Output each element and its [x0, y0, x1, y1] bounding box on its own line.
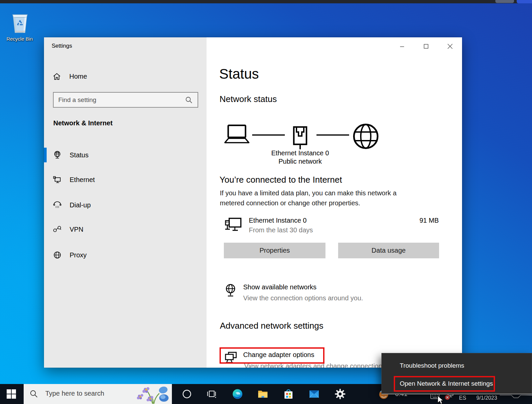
tray-chevron-icon[interactable]	[500, 395, 532, 399]
edge-button[interactable]	[230, 384, 246, 404]
maximize-icon	[424, 44, 428, 49]
top-bar-pill-blue[interactable]	[517, 0, 532, 3]
advanced-heading: Advanced network settings	[220, 321, 323, 331]
settings-search-input[interactable]	[58, 93, 182, 107]
recycle-bin-label: Recycle Bin	[5, 36, 35, 42]
task-view-button[interactable]	[204, 384, 220, 404]
properties-button[interactable]: Properties	[224, 243, 325, 258]
dialup-icon	[53, 200, 62, 210]
sidebar-item-status[interactable]: Status	[44, 147, 207, 163]
gear-icon	[335, 389, 345, 399]
task-view-icon	[207, 389, 217, 399]
windows-logo-icon	[7, 389, 16, 399]
cortana-icon	[182, 389, 192, 399]
sidebar-section-title: Network & Internet	[53, 119, 113, 127]
tray-date[interactable]: 9/1/2023	[476, 395, 497, 401]
data-usage-button[interactable]: Data usage	[338, 243, 439, 258]
ethernet-row-name: Ethernet Instance 0	[249, 217, 306, 224]
sidebar-item-ethernet[interactable]: Ethernet	[44, 172, 207, 187]
taskbar-search-box[interactable]: Type here to search	[24, 384, 172, 404]
sidebar-proxy-label: Proxy	[70, 251, 87, 259]
status-icon	[53, 150, 62, 160]
settings-window: Settings Home Network & Internet Stat	[44, 37, 462, 368]
store-button[interactable]	[280, 384, 296, 404]
close-button[interactable]	[441, 39, 459, 53]
file-explorer-icon	[258, 389, 268, 399]
mail-button[interactable]	[306, 384, 322, 404]
network-status-heading: Network status	[220, 94, 277, 104]
close-icon	[447, 44, 453, 49]
internet-globe-icon	[352, 123, 379, 150]
sidebar-vpn-label: VPN	[70, 226, 83, 233]
search-icon[interactable]	[185, 96, 193, 104]
top-bar-pill-gray[interactable]	[495, 0, 514, 3]
edge-icon	[232, 389, 243, 399]
data-usage-value: 91 MB	[389, 217, 439, 224]
minimize-button[interactable]	[393, 39, 411, 53]
settings-sidebar: Settings Home Network & Internet Stat	[44, 37, 207, 368]
start-button[interactable]	[3, 384, 19, 404]
diagram-connector-line-1	[252, 134, 285, 136]
taskbar-search-placeholder: Type here to search	[45, 390, 104, 397]
ethernet-connector-icon	[293, 126, 307, 151]
settings-gear-button[interactable]	[332, 384, 348, 404]
show-networks-globe-icon	[224, 284, 237, 298]
sidebar-item-home[interactable]: Home	[53, 71, 199, 81]
laptop-icon	[224, 124, 250, 144]
show-networks-subtitle: View the connection options around you.	[243, 294, 363, 302]
mail-icon	[309, 390, 319, 398]
connected-description: If you have a limited data plan, you can…	[220, 188, 396, 208]
ethernet-icon	[53, 175, 62, 184]
window-title: Settings	[52, 43, 72, 49]
widget-flowers-image[interactable]	[135, 385, 170, 404]
diagram-connector-line-2	[316, 134, 349, 136]
settings-search-box[interactable]	[53, 92, 198, 108]
recycle-bin-glyph	[7, 10, 33, 35]
ethernet-row-period: From the last 30 days	[249, 226, 313, 234]
file-explorer-button[interactable]	[255, 384, 271, 404]
maximize-button[interactable]	[417, 39, 435, 53]
sidebar-home-label: Home	[69, 73, 87, 80]
sidebar-item-dialup[interactable]: Dial-up	[44, 197, 207, 213]
connected-heading: You’re connected to the Internet	[220, 175, 342, 185]
sidebar-status-label: Status	[70, 151, 89, 159]
ethernet-adapter-icon	[225, 217, 242, 233]
tray-language[interactable]: ES	[459, 395, 466, 401]
diagram-network-type: Public network	[250, 158, 350, 165]
sidebar-dialup-label: Dial-up	[70, 201, 91, 209]
sidebar-item-vpn[interactable]: VPN	[44, 222, 207, 237]
highlight-box-change-adapter	[220, 347, 324, 364]
remote-session-top-bar	[0, 0, 532, 3]
diagram-connection-name: Ethernet Instance 0	[250, 149, 350, 157]
flower-2	[137, 394, 143, 399]
cortana-button[interactable]	[179, 384, 195, 404]
minimize-icon	[400, 44, 404, 49]
menu-item-troubleshoot[interactable]: Troubleshoot problems	[400, 362, 464, 370]
show-networks-title[interactable]: Show available networks	[243, 283, 316, 291]
recycle-bin-icon[interactable]: Recycle Bin	[5, 10, 35, 41]
sidebar-ethernet-label: Ethernet	[70, 176, 95, 184]
vpn-icon	[53, 225, 62, 234]
highlight-box-open-network-settings	[394, 376, 495, 392]
proxy-icon	[53, 250, 62, 260]
home-icon	[53, 72, 61, 81]
store-icon	[283, 388, 293, 400]
taskbar-search-icon	[29, 389, 38, 398]
page-title: Status	[219, 66, 259, 82]
sidebar-item-proxy[interactable]: Proxy	[44, 247, 207, 263]
mouse-cursor	[437, 395, 445, 404]
